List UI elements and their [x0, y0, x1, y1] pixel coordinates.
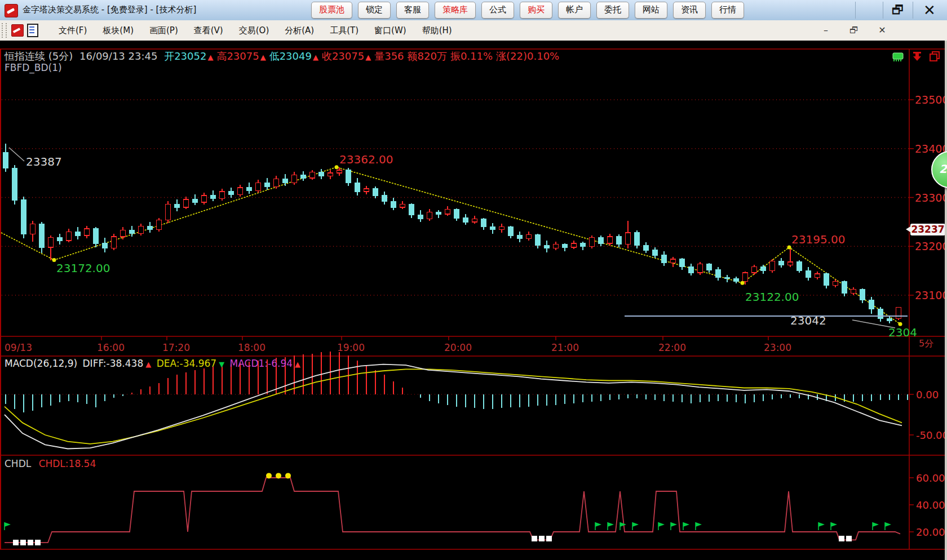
- candle-body: [635, 233, 640, 246]
- period-label[interactable]: 5分: [919, 338, 933, 350]
- menu-item[interactable]: 分析(A): [277, 22, 322, 39]
- child-close-button[interactable]: ✕: [874, 24, 891, 37]
- candle-body: [851, 290, 856, 294]
- candle-body: [3, 153, 8, 168]
- document-icon[interactable]: [27, 24, 38, 37]
- candle-body: [770, 261, 775, 270]
- toolbar-grip[interactable]: [2, 23, 7, 38]
- toolbar-button[interactable]: 网站: [635, 2, 667, 19]
- macd-axis-label: -50.00: [916, 429, 947, 441]
- menu-item[interactable]: 窗口(W): [366, 22, 414, 39]
- candle-body: [175, 205, 180, 207]
- toolbar-button[interactable]: 资讯: [673, 2, 706, 19]
- toolbar-button[interactable]: 行情: [711, 2, 744, 19]
- candle-body: [653, 250, 658, 255]
- candle-body: [76, 232, 81, 235]
- candle-body: [247, 188, 252, 190]
- candle-body: [436, 212, 441, 214]
- chip-icon[interactable]: [891, 51, 905, 61]
- candle-body: [761, 267, 766, 271]
- time-axis-label: 20:00: [444, 342, 472, 353]
- candle-body: [21, 200, 26, 234]
- candle-body: [364, 189, 369, 192]
- copy-window-icon[interactable]: [929, 51, 940, 62]
- toolbar-button[interactable]: 股票池: [311, 2, 352, 19]
- toolbar-button[interactable]: 公式: [481, 2, 514, 19]
- macd-title: MACD(26,12,9): [5, 358, 77, 369]
- chdl-square-marker: [539, 536, 545, 541]
- window-controls: 🗗 ✕: [855, 0, 946, 20]
- toolbar-button[interactable]: 帐户: [558, 2, 591, 19]
- up-arrow-icon: ▲: [260, 53, 266, 61]
- menu-item[interactable]: 工具(T): [322, 22, 366, 39]
- toolbar-button[interactable]: 策略库: [435, 2, 476, 19]
- spacer-button[interactable]: [855, 2, 883, 19]
- candle-body: [256, 183, 261, 190]
- candle-body: [725, 278, 730, 279]
- candle-body: [85, 229, 90, 235]
- time-axis-label: 22:00: [658, 342, 686, 353]
- menu-item[interactable]: 画面(P): [141, 22, 186, 39]
- child-restore-button[interactable]: 🗗: [846, 24, 862, 37]
- candle-body: [157, 220, 162, 229]
- restore-window-button[interactable]: 🗗: [883, 2, 913, 19]
- candle-body: [545, 246, 550, 248]
- chdl-signal-dot: [266, 473, 272, 478]
- child-minimize-button[interactable]: –: [817, 24, 834, 37]
- candle-body: [328, 173, 333, 176]
- candle-body: [445, 209, 450, 214]
- candle-body: [536, 234, 541, 245]
- menu-item[interactable]: 查看(V): [186, 22, 231, 39]
- candle-body: [878, 309, 883, 318]
- candle-body: [833, 282, 838, 286]
- candle-body: [788, 262, 793, 265]
- candle-body: [121, 230, 126, 237]
- chdl-axis-label: 20.00: [916, 526, 945, 538]
- chdl-square-marker: [35, 540, 41, 545]
- candle-body: [337, 170, 342, 173]
- window-title: 金字塔决策交易系统 - [免费登录] - [技术分析]: [23, 5, 196, 15]
- candle-body: [671, 259, 676, 263]
- candle-body: [301, 175, 306, 178]
- menu-item[interactable]: 文件(F): [51, 22, 95, 39]
- candle-body: [166, 205, 171, 220]
- candle-body: [626, 233, 631, 245]
- candle-body: [581, 243, 586, 246]
- chdl-square-marker: [846, 536, 852, 541]
- candle-body: [427, 212, 432, 219]
- toolbar-button[interactable]: 锁定: [358, 2, 391, 19]
- up-arrow-icon: ▲: [207, 53, 213, 61]
- candle-body: [887, 319, 892, 321]
- candle-body: [481, 219, 486, 227]
- chart-region[interactable]: 恒指连续 (5分) 16/09/13 23:45 开23052▲高23075▲低…: [0, 41, 947, 560]
- green-flag-icon: [818, 522, 825, 527]
- candle-body: [355, 183, 360, 192]
- title-bar: 金字塔决策交易系统 - [免费登录] - [技术分析] 股票池锁定客服策略库公式…: [0, 0, 947, 20]
- macd-diff-value: DIFF:-38.438: [83, 358, 144, 369]
- time-axis-label: 21:00: [551, 342, 579, 353]
- candle-body: [517, 235, 523, 238]
- swing-dot: [335, 165, 339, 169]
- menu-items: 文件(F)板块(M)画面(P)查看(V)交易(O)分析(A)工具(T)窗口(W)…: [51, 22, 460, 39]
- toolbar-button[interactable]: 委托: [596, 2, 629, 19]
- chart-canvas[interactable]: 23500234002330023200231002338723172.0023…: [0, 41, 947, 560]
- close-window-button[interactable]: ✕: [913, 2, 946, 19]
- candle-body: [734, 279, 739, 282]
- candle-body: [373, 189, 378, 195]
- toolbar-button[interactable]: 购买: [520, 2, 552, 19]
- menu-item[interactable]: 交易(O): [231, 22, 277, 39]
- app-logo-small-icon[interactable]: [11, 24, 24, 37]
- up-arrow-icon: ▲: [313, 53, 318, 61]
- candle-body: [202, 195, 207, 202]
- menu-bar: 文件(F)板块(M)画面(P)查看(V)交易(O)分析(A)工具(T)窗口(W)…: [0, 20, 947, 41]
- candle-body: [743, 273, 748, 282]
- download-arrow-icon[interactable]: [912, 51, 922, 62]
- candle-body: [806, 271, 811, 278]
- chdl-value: CHDL:18.54: [39, 458, 96, 469]
- menu-item[interactable]: 板块(M): [95, 22, 141, 39]
- menu-item[interactable]: 帮助(H): [414, 22, 460, 39]
- time-axis: 09/1316:0017:2018:0019:0020:0021:0022:00…: [5, 336, 791, 353]
- toolbar-button[interactable]: 客服: [396, 2, 429, 19]
- chdl-square-marker: [20, 540, 26, 545]
- child-window-controls: – 🗗 ✕: [817, 24, 891, 37]
